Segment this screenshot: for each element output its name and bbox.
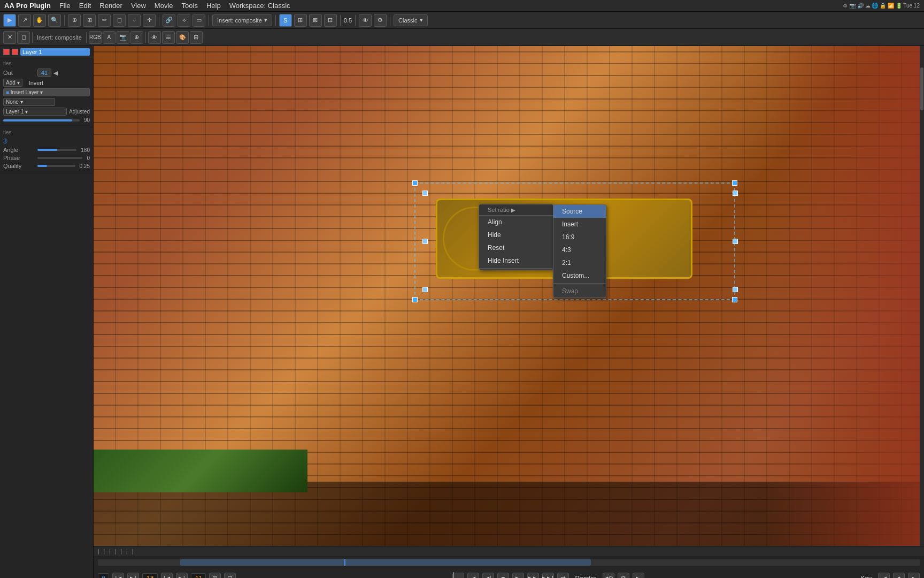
ratio-16-9[interactable]: 16:9 xyxy=(553,231,606,244)
select-tool-btn[interactable]: ▶ xyxy=(3,14,16,27)
phase-slider[interactable] xyxy=(37,157,82,159)
transform2-btn[interactable]: ⊠ xyxy=(309,14,322,27)
grid2-btn[interactable]: ⊞ xyxy=(190,31,203,44)
ratio-source[interactable]: Source xyxy=(553,205,606,218)
play-fwd-btn[interactable]: ▶▶ xyxy=(527,573,539,578)
menu-view[interactable]: View xyxy=(131,2,146,10)
camera-btn[interactable]: 📷 xyxy=(117,31,129,44)
handle-tl-outer[interactable] xyxy=(412,180,418,186)
export-btn[interactable]: ⊟ xyxy=(224,573,236,578)
handle-tr-outer[interactable] xyxy=(732,180,737,186)
insert-layer-dropdown[interactable]: ■ Insert Layer ▾ xyxy=(3,88,90,96)
context-menu-hide-insert[interactable]: Hide Insert xyxy=(479,254,553,267)
menu-tools[interactable]: Tools xyxy=(182,2,198,10)
value-slider[interactable] xyxy=(3,119,80,121)
ratio-2-1[interactable]: 2:1 xyxy=(553,256,606,269)
menu-edit[interactable]: Edit xyxy=(79,2,91,10)
view-btn[interactable]: 👁 xyxy=(359,14,372,27)
add-dropdown[interactable]: Add ▾ xyxy=(3,79,22,87)
context-menu-align[interactable]: Align xyxy=(479,216,553,229)
frame-current[interactable]: 0 xyxy=(98,573,109,578)
warp-btn[interactable]: ⊞ xyxy=(83,14,96,27)
render-next-btn[interactable]: ▶ xyxy=(633,573,644,578)
ratio-swap[interactable]: Swap xyxy=(553,285,606,298)
context-menu-reset[interactable]: Reset xyxy=(479,241,553,254)
prev-frame-btn[interactable]: ◀ xyxy=(467,573,479,578)
handle-bl-inner[interactable] xyxy=(422,287,428,292)
quality-slider[interactable] xyxy=(37,165,75,167)
stop-btn[interactable]: ■ xyxy=(497,573,509,578)
alpha-btn[interactable]: A xyxy=(103,31,116,44)
layers-btn[interactable]: ☰ xyxy=(162,31,175,44)
context-menu-sep xyxy=(479,268,553,269)
frame-out[interactable]: 41 xyxy=(191,573,206,578)
pen-btn[interactable]: ✏ xyxy=(98,14,111,27)
none-dropdown[interactable]: None ▾ xyxy=(3,98,55,106)
layer1-label[interactable]: Layer 1 xyxy=(20,48,90,56)
spline-btn[interactable]: ⟡ xyxy=(178,14,190,27)
s-btn[interactable]: S xyxy=(279,14,292,27)
point-btn[interactable]: ◦ xyxy=(128,14,141,27)
key-add-btn[interactable]: ◆ xyxy=(893,573,905,578)
ratio-4-3[interactable]: 4:3 xyxy=(553,244,606,256)
bracket-out-btn[interactable]: |◀ xyxy=(161,573,173,578)
key-next-btn[interactable]: ▶ xyxy=(908,573,920,578)
settings-timeline-btn[interactable]: ⚙ xyxy=(618,573,629,578)
handle-br-inner[interactable] xyxy=(733,287,738,292)
handle-bl-outer[interactable] xyxy=(412,297,418,302)
bracket-open-btn[interactable]: |◀ xyxy=(112,573,124,578)
layer1-dropdown[interactable]: Layer 1 ▾ xyxy=(3,108,67,116)
prev-btn[interactable]: ◀| xyxy=(482,573,494,578)
key-prev-btn[interactable]: ◀ xyxy=(878,573,890,578)
rect-btn[interactable]: ▭ xyxy=(192,14,205,27)
insert-composite-dropdown[interactable]: Insert: composite ▾ xyxy=(212,14,272,26)
zoom-tool-btn[interactable]: 🔍 xyxy=(48,14,61,27)
out-arrow: ◀ xyxy=(53,70,58,77)
handle-mr-inner[interactable] xyxy=(733,239,738,244)
menu-file[interactable]: File xyxy=(59,2,71,10)
swap-btn[interactable]: ⇄ xyxy=(557,573,569,578)
skip-end-btn[interactable]: ▶▶| xyxy=(542,573,554,578)
color-btn[interactable]: 🎨 xyxy=(176,31,189,44)
transform-btn[interactable]: ⊕ xyxy=(68,14,81,27)
classic-dropdown[interactable]: Classic ▾ xyxy=(394,14,427,26)
fullscreen-btn[interactable]: ⊡ xyxy=(324,14,337,27)
move-btn[interactable]: ✛ xyxy=(143,14,156,27)
mask-btn[interactable]: ◻ xyxy=(113,14,126,27)
play-btn[interactable]: ▶ xyxy=(512,573,524,578)
timeline-track[interactable] xyxy=(98,559,920,566)
viewport[interactable]: Ducks Set ratio ▶ Align xyxy=(94,46,924,546)
view2-btn[interactable]: 👁 xyxy=(148,31,161,44)
render-prev-btn[interactable]: ◀⚙ xyxy=(603,573,614,578)
handle-tl-inner[interactable] xyxy=(422,191,428,196)
menu-render[interactable]: Render xyxy=(99,2,122,10)
grid-btn[interactable]: ⊞ xyxy=(294,14,307,27)
handle-ml-inner[interactable] xyxy=(422,239,428,244)
menu-workspace[interactable]: Workspace: Classic xyxy=(229,2,290,10)
opacity-value: 0.5 xyxy=(344,17,352,24)
arrow-tool-btn[interactable]: ↗ xyxy=(18,14,31,27)
angle-slider[interactable] xyxy=(37,149,76,151)
handle-br-outer[interactable] xyxy=(732,297,737,302)
close-panel-btn[interactable]: ✕ xyxy=(3,31,16,44)
ratio-custom[interactable]: Custom... xyxy=(553,269,606,282)
viewport-scrollbar[interactable] xyxy=(920,46,924,546)
bracket-in-btn[interactable]: ▶| xyxy=(127,573,139,578)
skip-start-btn[interactable]: |◀◀ xyxy=(452,573,464,578)
rgb-btn[interactable]: RGB xyxy=(89,31,102,44)
ratio-insert[interactable]: Insert xyxy=(553,218,606,231)
menu-help[interactable]: Help xyxy=(206,2,221,10)
phase-label: Phase xyxy=(3,155,35,161)
bracket-end-btn[interactable]: ▶| xyxy=(176,573,188,578)
hand-tool-btn[interactable]: ✋ xyxy=(33,14,46,27)
menu-movie[interactable]: Movie xyxy=(155,2,173,10)
context-menu-hide[interactable]: Hide xyxy=(479,229,553,241)
float-panel-btn[interactable]: ◻ xyxy=(17,31,30,44)
frame-in[interactable]: 13 xyxy=(142,573,157,578)
handle-tr-inner[interactable] xyxy=(733,191,738,196)
angle-label: Angle xyxy=(3,147,35,153)
magnify-btn[interactable]: ⊕ xyxy=(130,31,143,44)
link-btn[interactable]: 🔗 xyxy=(163,14,175,27)
settings-btn[interactable]: ⚙ xyxy=(374,14,387,27)
batch-btn[interactable]: ⊞ xyxy=(209,573,221,578)
